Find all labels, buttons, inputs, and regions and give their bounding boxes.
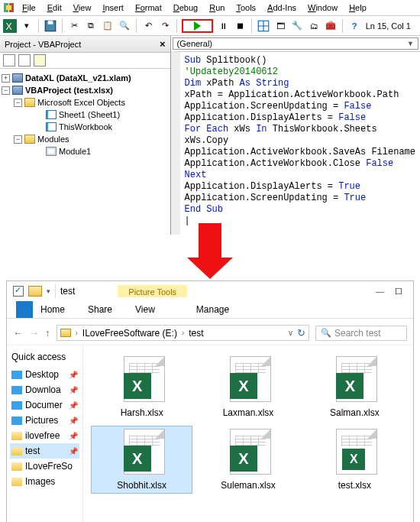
vba-logo-icon (3, 2, 15, 14)
pause-icon[interactable]: ⏸ (216, 19, 230, 33)
view-code-icon[interactable] (3, 54, 15, 66)
side-desktop[interactable]: Desktop📌 (10, 367, 79, 382)
path-drive[interactable]: ILoveFreeSoftware (E:) (82, 328, 177, 339)
menu-view[interactable]: View (69, 2, 96, 14)
stop-icon[interactable]: ◼ (233, 19, 247, 33)
project-title-bar: Project - VBAProject × (0, 36, 170, 53)
design-icon[interactable] (257, 19, 270, 33)
project-explorer: Project - VBAProject × +DataXL (DataXL_v… (0, 36, 171, 235)
side-documents[interactable]: Documer📌 (10, 397, 79, 413)
tab-share[interactable]: Share (77, 301, 123, 318)
copy-icon[interactable]: ⧉ (84, 19, 98, 33)
dropdown-icon[interactable]: ▾ (20, 19, 34, 33)
project-title: Project - VBAProject (5, 40, 81, 49)
address-bar-row: ← → ↑ › ILoveFreeSoftware (E:) › test v … (7, 321, 413, 345)
file-salman[interactable]: XSalman.xlsx (304, 353, 405, 421)
file-harsh[interactable]: XHarsh.xlsx (91, 353, 192, 421)
up-icon[interactable]: ↑ (45, 327, 50, 339)
menu-debug[interactable]: Debug (169, 2, 202, 14)
file-menu-button[interactable] (16, 301, 33, 318)
quick-access-header[interactable]: Quick access (10, 350, 79, 367)
save-icon[interactable] (44, 19, 57, 33)
line-col-indicator: Ln 15, Col 1 (366, 21, 417, 31)
tree-sheet1[interactable]: Sheet1 (Sheet1) (2, 109, 169, 121)
select-checkbox-icon[interactable] (13, 286, 24, 297)
side-downloads[interactable]: Downloa📌 (10, 382, 79, 397)
menu-tools[interactable]: Tools (231, 2, 260, 14)
tab-manage[interactable]: Manage (186, 301, 240, 318)
menu-file[interactable]: File (18, 2, 40, 14)
ribbon-tabs: Home Share View Manage (7, 301, 413, 319)
redo-icon[interactable]: ↷ (158, 19, 172, 33)
menu-addins[interactable]: Add-Ins (263, 2, 301, 14)
tree-dataxl[interactable]: +DataXL (DataXL_v21.xlam) (2, 72, 169, 84)
maximize-icon[interactable]: ☐ (395, 287, 402, 297)
folder-icon (28, 286, 42, 297)
svg-rect-6 (48, 21, 53, 24)
tree-modules[interactable]: −Modules (2, 133, 169, 145)
menu-run[interactable]: Run (205, 2, 229, 14)
view-object-icon[interactable] (18, 54, 31, 66)
close-icon[interactable]: × (160, 38, 166, 50)
object-combo[interactable]: (General)▼ (173, 37, 418, 50)
file-test[interactable]: Xtest.xlsx (304, 426, 405, 494)
run-button[interactable] (182, 19, 213, 33)
svg-text:X: X (5, 21, 11, 31)
excel-icon[interactable]: X (3, 19, 17, 33)
drive-icon (60, 329, 71, 337)
menu-edit[interactable]: Edit (43, 2, 66, 14)
address-bar[interactable]: › ILoveFreeSoftware (E:) › test v ↻ (57, 325, 310, 341)
file-laxman[interactable]: XLaxman.xlsx (197, 353, 299, 421)
tab-home[interactable]: Home (30, 301, 76, 318)
file-suleman[interactable]: XSuleman.xlsx (197, 426, 299, 494)
explorer-titlebar: ▾ test Picture Tools — ☐ (7, 281, 413, 301)
undo-icon[interactable]: ↶ (141, 19, 155, 33)
menu-insert[interactable]: Insert (98, 2, 128, 14)
vba-menubar: File Edit View Insert Format Debug Run T… (0, 0, 420, 16)
project-tree: +DataXL (DataXL_v21.xlam) −VBAProject (t… (0, 69, 170, 160)
nav-pane: Quick access Desktop📌 Downloa📌 Documer📌 … (7, 345, 83, 522)
vba-body: Project - VBAProject × +DataXL (DataXL_v… (0, 36, 420, 235)
browser-icon[interactable]: 🗂 (307, 19, 321, 33)
svg-rect-2 (6, 5, 11, 10)
tree-thisworkbook[interactable]: ThisWorkbook (2, 121, 169, 133)
back-icon[interactable]: ← (13, 327, 23, 339)
code-editor[interactable]: Sub Splitbook() 'Updateby20140612 Dim xP… (171, 51, 420, 235)
tab-view[interactable]: View (124, 301, 166, 318)
toolbox-icon[interactable]: 🧰 (324, 19, 338, 33)
menu-window[interactable]: Window (303, 2, 342, 14)
file-explorer: ▾ test Picture Tools — ☐ Home Share View… (6, 280, 414, 522)
project-view-buttons (0, 53, 170, 69)
props-icon[interactable]: 🔧 (290, 19, 304, 33)
tree-vbaproject[interactable]: −VBAProject (test.xlsx) (2, 84, 169, 96)
refresh-icon[interactable]: ↻ (297, 327, 305, 339)
vba-toolbar: X ▾ ✂ ⧉ 📋 🔍 ↶ ↷ ⏸ ◼ 🗔 🔧 🗂 🧰 ? Ln 15, Col… (0, 16, 420, 36)
window-title: test (60, 286, 75, 297)
menu-format[interactable]: Format (131, 2, 166, 14)
toggle-folders-icon[interactable] (34, 54, 46, 66)
file-shobhit[interactable]: XShobhit.xlsx (91, 426, 192, 494)
path-folder[interactable]: test (189, 328, 203, 339)
menu-help[interactable]: Help (344, 2, 371, 14)
tree-excel-objects[interactable]: −Microsoft Excel Objects (2, 96, 169, 109)
play-icon (194, 21, 201, 31)
minimize-icon[interactable]: — (376, 287, 384, 297)
side-ilovefreeso[interactable]: ILoveFreSo (10, 459, 79, 474)
tree-module1[interactable]: Module1 (2, 145, 169, 157)
project-icon[interactable]: 🗔 (273, 19, 287, 33)
side-images[interactable]: Images (10, 474, 79, 489)
help-icon[interactable]: ? (347, 19, 361, 33)
search-icon: 🔍 (321, 328, 331, 338)
side-pictures[interactable]: Pictures📌 (10, 413, 79, 428)
search-box[interactable]: 🔍 Search test (315, 326, 407, 341)
cut-icon[interactable]: ✂ (67, 19, 81, 33)
forward-icon[interactable]: → (29, 327, 39, 339)
side-test[interactable]: test📌 (10, 443, 79, 459)
code-panel: (General)▼ Sub Splitbook() 'Updateby2014… (171, 36, 420, 235)
side-ilovefree[interactable]: ilovefree📌 (10, 428, 79, 443)
paste-icon[interactable]: 📋 (101, 19, 115, 33)
files-grid: XHarsh.xlsx XLaxman.xlsx XSalman.xlsx XS… (83, 345, 413, 522)
find-icon[interactable]: 🔍 (118, 19, 131, 33)
annotation-arrow (0, 227, 420, 280)
picture-tools-tab[interactable]: Picture Tools (118, 285, 187, 297)
